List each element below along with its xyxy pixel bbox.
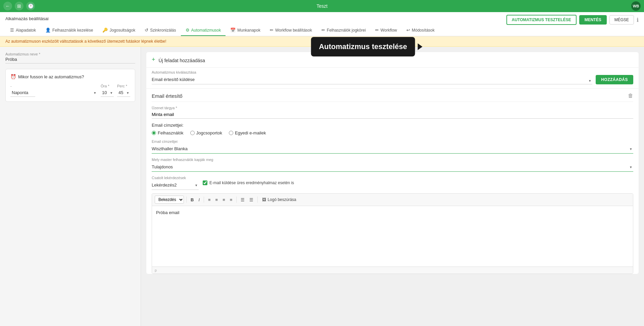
toolbar-separator-1 [186, 197, 187, 203]
editor-wrapper: Bekezdés B I ≡ ≡ ≡ ≡ ☰ ☰ [152, 193, 633, 274]
recipient-select-group: Email címzettjei Wiszthaller Blanka [152, 139, 633, 154]
attached-query-group: Csatolt lekérdezések Lekérdezés2 [152, 176, 199, 190]
cancel-button[interactable]: MÉGSE [609, 15, 634, 25]
attached-query-label: Csatolt lekérdezések [152, 176, 199, 180]
master-user-group: Mely master felhasználók kapják meg Tula… [152, 158, 633, 172]
minute-field: Perc * 45 00 15 30 [117, 84, 130, 97]
add-task-button[interactable]: HOZZÁADÁS [596, 75, 633, 84]
main-layout: Automatizmus neve * Próba ⏰ Mikor fusson… [0, 47, 644, 326]
logo-insert-button[interactable]: 🖼 Logó beszúrása [260, 196, 298, 203]
delete-email-button[interactable]: 🗑 [628, 93, 633, 99]
task-type-label: Automatizmus kiválasztása [152, 70, 592, 74]
info-button[interactable]: ℹ [637, 17, 639, 23]
tab-workflow-beallitasok[interactable]: ✏ Workflow beállítások [265, 25, 317, 36]
header-actions: AUTOMATIZMUS TESZTELÉSE MENTÉS MÉGSE ℹ [506, 15, 639, 25]
user-avatar[interactable]: WB [631, 1, 641, 11]
hour-label: Óra * [101, 84, 114, 88]
task-section: + Új feladat hozzáadása Automatizmus kiv… [146, 52, 639, 274]
radio-jogcsoportok[interactable]: Jogcsoportok [190, 130, 222, 135]
justify-button[interactable]: ≡ [228, 196, 234, 203]
tab-workflow[interactable]: ✏ Workflow [370, 25, 402, 36]
master-user-select-wrapper: Tulajdonos [152, 162, 633, 172]
subject-input[interactable] [152, 111, 633, 119]
tooltip-overlay: Automatizmus tesztelése [311, 37, 423, 56]
radio-felhasznalok[interactable]: Felhasználók [152, 130, 184, 135]
automation-name-label: Automatizmus neve * [5, 52, 135, 56]
hour-select[interactable]: 10 11 12 [101, 89, 114, 97]
subject-label: Üzenet tárgya * [152, 106, 633, 110]
paragraph-select[interactable]: Bekezdés [155, 196, 184, 204]
back-button[interactable]: ← [3, 2, 12, 10]
tab-modositasok[interactable]: ↩ Módosítások [402, 25, 439, 36]
felhasznalok-jogkorei-icon: ✏ [321, 28, 325, 33]
hour-field: Óra * 10 11 12 [101, 84, 114, 97]
send-empty-checkbox[interactable] [203, 180, 207, 185]
save-button[interactable]: MENTÉS [579, 15, 607, 25]
attached-query-select[interactable]: Lekérdezés2 [152, 180, 199, 190]
editor-body[interactable]: Próba email [152, 206, 633, 267]
align-right-button[interactable]: ≡ [221, 196, 227, 203]
editor-footer: p [152, 267, 633, 274]
tab-felhasznalok-jogkorei[interactable]: ✏ Felhasználók jogkörei [317, 25, 370, 36]
recipient-select[interactable]: Wiszthaller Blanka [152, 144, 633, 154]
task-type-wrapper: Automatizmus kiválasztása Email értesítő… [152, 70, 592, 84]
task-type-select[interactable]: Email értesítő küldése SMS küldése [152, 75, 592, 84]
automatizmusok-icon: ⚙ [186, 28, 190, 33]
master-user-select[interactable]: Tulajdonos [152, 162, 633, 172]
minute-select-wrapper: 45 00 15 30 [117, 89, 130, 97]
recipients-section: Email címzettjei: Felhasználók Jogcsopor… [152, 123, 633, 190]
frequency-select-wrapper: Naponta Hetente Havonta [10, 89, 97, 97]
attached-query-select-wrapper: Lekérdezés2 [152, 180, 199, 190]
hour-select-wrapper: 10 11 12 [101, 89, 114, 97]
align-center-button[interactable]: ≡ [214, 196, 220, 203]
tab-szinkronizalas[interactable]: ↺ Szinkronizálás [140, 25, 181, 36]
bold-button[interactable]: B [189, 196, 195, 203]
nav-tabs: ☰ Alapadatok 👤 Felhasználók kezelése 🔑 J… [5, 25, 639, 36]
frequency-select[interactable]: Naponta Hetente Havonta [10, 89, 35, 97]
tooltip-bubble: Automatizmus tesztelése [311, 37, 415, 56]
grid-button[interactable]: ⊞ [15, 2, 23, 10]
tab-jogosultsagok[interactable]: 🔑 Jogosultságok [98, 25, 140, 36]
ordered-list-button[interactable]: ☰ [248, 196, 255, 203]
email-title: Email értesítő [152, 93, 183, 99]
recipients-label: Email címzettjei: [152, 123, 633, 128]
modositasok-icon: ↩ [406, 28, 410, 33]
plus-icon: + [152, 56, 155, 63]
radio-egyedi[interactable]: Egyedi e-mailek [229, 130, 266, 135]
recipient-type-group: Felhasználók Jogcsoportok Egyedi e-maile… [152, 130, 633, 135]
tab-felhasznalok[interactable]: 👤 Felhasználók kezelése [41, 25, 98, 36]
munkanapok-icon: 📅 [230, 28, 236, 33]
minute-select[interactable]: 45 00 15 30 [117, 89, 130, 97]
unordered-list-button[interactable]: ☰ [239, 196, 246, 203]
tab-munkanapok[interactable]: 📅 Munkanapok [226, 25, 265, 36]
felhasznalok-icon: 👤 [45, 28, 51, 33]
email-title-bar: Email értesítő 🗑 [152, 89, 633, 102]
clock-button[interactable]: 🕐 [26, 2, 35, 10]
frequency-field: - Naponta Hetente Havonta [10, 84, 97, 97]
schedule-header: ⏰ Mikor fusson le az automatizmus? [10, 74, 130, 79]
send-empty-checkbox-row: E-mail küldése üres eredményhalmaz eseté… [203, 180, 294, 185]
schedule-box: ⏰ Mikor fusson le az automatizmus? - Nap… [5, 69, 135, 102]
tab-automatizmusok[interactable]: ⚙ Automatizmusok [181, 25, 226, 36]
tooltip-arrow [418, 43, 423, 50]
workflow-beallitasok-icon: ✏ [270, 28, 274, 33]
send-empty-label: E-mail küldése üres eredményhalmaz eseté… [209, 180, 294, 185]
image-icon: 🖼 [262, 197, 266, 202]
italic-button[interactable]: I [197, 196, 201, 203]
alapadatok-icon: ☰ [10, 28, 14, 33]
email-section: Email értesítő 🗑 Üzenet tárgya * Email c… [146, 89, 639, 274]
editor-content: Próba email [156, 210, 179, 215]
align-left-button[interactable]: ≡ [206, 196, 212, 203]
schedule-title: Mikor fusson le az automatizmus? [18, 74, 84, 79]
tab-alapadatok[interactable]: ☰ Alapadatok [5, 25, 41, 36]
szinkronizalas-icon: ↺ [145, 28, 148, 33]
workflow-icon: ✏ [375, 28, 379, 33]
subject-group: Üzenet tárgya * [152, 106, 633, 119]
frequency-label: - [10, 84, 97, 88]
jogosultsagok-icon: 🔑 [102, 28, 108, 33]
test-automation-button[interactable]: AUTOMATIZMUS TESZTELÉSE [506, 15, 577, 25]
recipient-select-wrapper: Wiszthaller Blanka [152, 144, 633, 154]
right-panel: + Új feladat hozzáadása Automatizmus kiv… [141, 47, 644, 326]
query-row: Csatolt lekérdezések Lekérdezés2 E-mail … [152, 176, 633, 190]
top-bar: ← ⊞ 🕐 Teszt WB [0, 0, 644, 12]
